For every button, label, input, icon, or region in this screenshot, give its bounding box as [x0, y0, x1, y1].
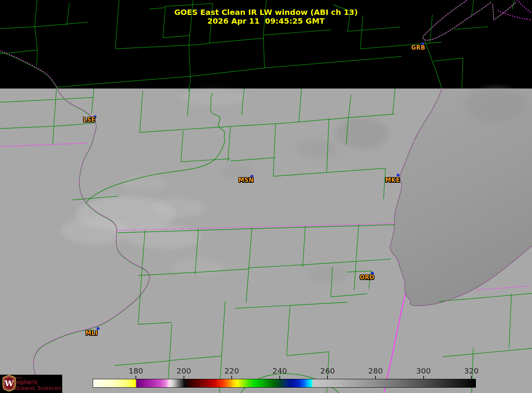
station-dot-mke [397, 174, 400, 177]
title-line1: GOES East Clean IR LW window (ABI ch 13) [174, 8, 358, 17]
svg-text:W: W [4, 379, 14, 388]
colorbar-tick-label-200: 200 [177, 366, 191, 375]
colorbar-tick-320 [471, 376, 472, 379]
colorbar-tick-220 [231, 376, 232, 379]
colorbar-tick-label-320: 320 [464, 366, 479, 375]
station-label-msn: MSN [239, 177, 254, 184]
satellite-image-viewer: GOES East Clean IR LW window (ABI ch 13)… [0, 0, 532, 393]
image-title: GOES East Clean IR LW window (ABI ch 13)… [174, 8, 358, 26]
ir-scene [0, 88, 532, 393]
colorbar-tick-label-220: 220 [224, 366, 239, 375]
colorbar-tick-280 [375, 376, 376, 379]
satellite-map-canvas [0, 0, 532, 393]
station-label-mke: MKE [385, 177, 400, 184]
uw-crest-icon: W [2, 375, 16, 391]
colorbar-tick-200 [184, 376, 184, 379]
colorbar-tick-label-240: 240 [272, 366, 287, 375]
station-label-grb: GRB [411, 44, 426, 51]
colorbar-tick-label-300: 300 [416, 366, 431, 375]
station-label-lse: LSE [83, 116, 95, 123]
colorbar-tick-180 [135, 376, 136, 379]
station-label-mli: MLI [85, 330, 98, 337]
colorbar-tick-240 [279, 376, 280, 379]
uw-aos-logo: W Department of Atmospheric and Oceanic … [0, 375, 62, 393]
colorbar-tick-label-280: 280 [368, 366, 383, 375]
title-line2: 2026 Apr 11 09:45:25 GMT [207, 16, 324, 26]
colorbar-tick-label-260: 260 [320, 366, 335, 375]
colorbar-tick-300 [423, 376, 424, 379]
colorbar-gradient [93, 379, 476, 388]
station-label-ord: ORD [360, 274, 374, 281]
colorbar-tick-label-180: 180 [129, 366, 143, 375]
colorbar-tick-260 [327, 376, 328, 379]
